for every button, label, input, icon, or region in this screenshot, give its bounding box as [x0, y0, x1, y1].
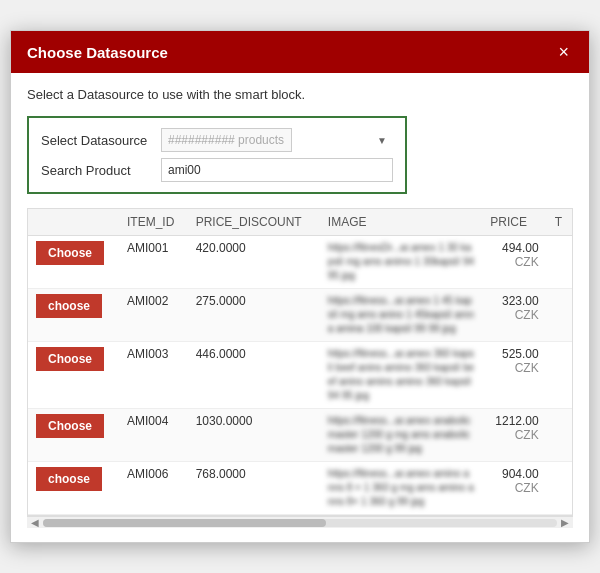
extra-cell [547, 236, 572, 289]
scroll-left-icon[interactable]: ◀ [29, 517, 41, 528]
image-cell: https://fitnesDr...ar.amex 1 30 kapslí m… [320, 236, 483, 289]
datasource-select-wrapper: ########## products [161, 128, 393, 152]
table-row: chooseAMI002275.0000https://fitness...ar… [28, 289, 572, 342]
choose-cell: Choose [28, 236, 119, 289]
item-id-cell: AMI003 [119, 342, 188, 409]
close-button[interactable]: × [554, 43, 573, 61]
scroll-right-icon[interactable]: ▶ [559, 517, 571, 528]
col-action [28, 209, 119, 236]
filter-datasource-row: Select Datasource ########## products [41, 128, 393, 152]
choose-button[interactable]: Choose [36, 347, 104, 371]
table-header-row: ITEM_ID PRICE_DISCOUNT IMAGE PRICE T [28, 209, 572, 236]
horizontal-scrollbar[interactable]: ◀ ▶ [27, 516, 573, 528]
image-cell: https://fitness...ar.amex amino anns 8 ×… [320, 462, 483, 515]
table-row: ChooseAMI0041030.0000https://fitness...a… [28, 409, 572, 462]
image-cell: https://fitness...ar.amex 1 45 kapslí mg… [320, 289, 483, 342]
modal-header: Choose Datasource × [11, 31, 589, 73]
modal-body: Select a Datasource to use with the smar… [11, 73, 589, 542]
search-input[interactable] [161, 158, 393, 182]
price-discount-cell: 275.0000 [188, 289, 320, 342]
table-row: ChooseAMI003446.0000https://fitness...ar… [28, 342, 572, 409]
col-price-discount: PRICE_DISCOUNT [188, 209, 320, 236]
price-discount-cell: 1030.0000 [188, 409, 320, 462]
col-price: PRICE [482, 209, 546, 236]
data-table: ITEM_ID PRICE_DISCOUNT IMAGE PRICE T Cho… [28, 209, 572, 515]
extra-cell [547, 462, 572, 515]
modal-description: Select a Datasource to use with the smar… [27, 87, 573, 102]
hscrollbar-thumb[interactable] [43, 519, 326, 527]
extra-cell [547, 342, 572, 409]
price-cell: 904.00CZK [482, 462, 546, 515]
choose-cell: Choose [28, 342, 119, 409]
price-cell: 494.00CZK [482, 236, 546, 289]
table-row: chooseAMI006768.0000https://fitness...ar… [28, 462, 572, 515]
item-id-cell: AMI001 [119, 236, 188, 289]
choose-cell: choose [28, 289, 119, 342]
table-row: ChooseAMI001420.0000https://fitnesDr...a… [28, 236, 572, 289]
item-id-cell: AMI004 [119, 409, 188, 462]
extra-cell [547, 409, 572, 462]
price-cell: 525.00CZK [482, 342, 546, 409]
col-extra: T [547, 209, 572, 236]
modal-title: Choose Datasource [27, 44, 168, 61]
price-discount-cell: 420.0000 [188, 236, 320, 289]
choose-button[interactable]: choose [36, 294, 102, 318]
filter-box: Select Datasource ########## products Se… [27, 116, 407, 194]
datasource-select[interactable]: ########## products [161, 128, 292, 152]
item-id-cell: AMI006 [119, 462, 188, 515]
col-item-id: ITEM_ID [119, 209, 188, 236]
datasource-label: Select Datasource [41, 133, 161, 148]
filter-search-row: Search Product [41, 158, 393, 182]
price-discount-cell: 768.0000 [188, 462, 320, 515]
item-id-cell: AMI002 [119, 289, 188, 342]
data-table-container[interactable]: ITEM_ID PRICE_DISCOUNT IMAGE PRICE T Cho… [27, 208, 573, 516]
search-label: Search Product [41, 163, 161, 178]
choose-cell: choose [28, 462, 119, 515]
col-image: IMAGE [320, 209, 483, 236]
choose-cell: Choose [28, 409, 119, 462]
choose-button[interactable]: choose [36, 467, 102, 491]
price-discount-cell: 446.0000 [188, 342, 320, 409]
price-cell: 1212.00CZK [482, 409, 546, 462]
hscrollbar-track[interactable] [43, 519, 557, 527]
image-cell: https://fitness...ar.amex 360 kapslí bee… [320, 342, 483, 409]
choose-button[interactable]: Choose [36, 241, 104, 265]
image-cell: https://fitness...ar.amex anabolic maste… [320, 409, 483, 462]
price-cell: 323.00CZK [482, 289, 546, 342]
choose-button[interactable]: Choose [36, 414, 104, 438]
extra-cell [547, 289, 572, 342]
choose-datasource-modal: Choose Datasource × Select a Datasource … [10, 30, 590, 543]
